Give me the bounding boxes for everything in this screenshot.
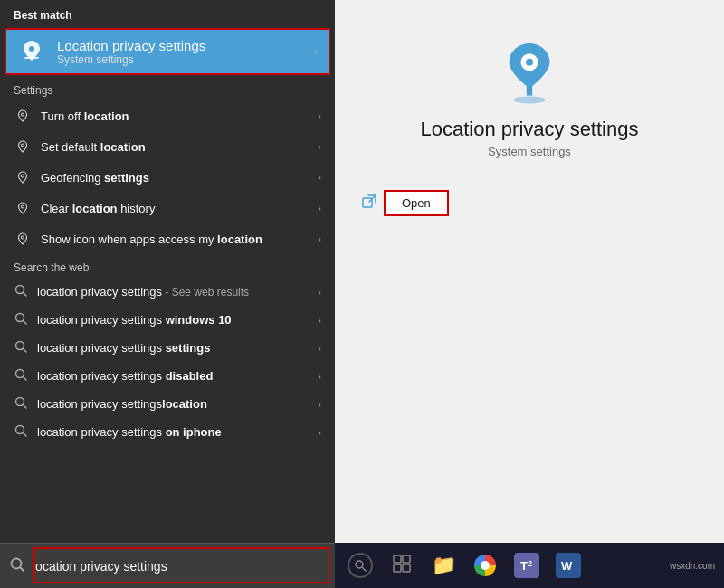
svg-line-17	[24, 405, 27, 409]
svg-line-28	[362, 567, 366, 571]
search-bar-icon	[9, 556, 25, 576]
web-search-icon-2	[14, 311, 28, 328]
chevron-4: ›	[318, 203, 321, 213]
web-item-label-1: location privacy settings - See web resu…	[37, 285, 309, 299]
task-view-icon	[393, 555, 411, 577]
svg-line-9	[24, 293, 27, 297]
location-settings-icon-5	[14, 230, 32, 248]
best-match-title: Location privacy settings	[57, 38, 205, 53]
svg-rect-30	[403, 555, 410, 563]
open-button[interactable]: Open	[384, 190, 449, 216]
menu-item-label-1: Turn off location	[41, 109, 309, 123]
svg-text:2: 2	[528, 559, 532, 568]
brand-label: wsxdn.com	[670, 561, 715, 571]
menu-item-turn-off-location[interactable]: Turn off location ›	[0, 100, 335, 131]
web-item-2[interactable]: location privacy settings windows 10 ›	[0, 306, 335, 334]
web-item-3[interactable]: location privacy settings settings ›	[0, 334, 335, 362]
menu-item-label-5: Show icon when apps access my location	[41, 232, 309, 246]
svg-point-3	[22, 113, 24, 116]
svg-line-13	[24, 349, 27, 353]
web-chevron-4: ›	[318, 371, 321, 382]
svg-point-4	[22, 144, 24, 147]
menu-item-label-3: Geofencing settings	[41, 171, 309, 185]
taskbar-task-view-button[interactable]	[386, 549, 418, 582]
menu-item-set-default-location[interactable]: Set default location ›	[0, 131, 335, 162]
web-search-icon-5	[14, 395, 28, 413]
svg-line-19	[24, 433, 27, 437]
taskbar-search-button[interactable]	[344, 549, 376, 582]
web-search-icon-4	[14, 367, 28, 384]
svg-rect-32	[403, 564, 410, 572]
svg-point-22	[513, 96, 545, 103]
right-panel: Location privacy settings System setting…	[335, 0, 724, 543]
teams-icon: T 2	[514, 553, 539, 578]
chrome-icon	[474, 555, 496, 576]
svg-rect-31	[394, 564, 401, 572]
web-item-label-3: location privacy settings settings	[37, 341, 309, 355]
location-settings-icon-3	[14, 168, 32, 186]
svg-rect-29	[394, 555, 401, 563]
chevron-2: ›	[318, 141, 321, 152]
location-settings-icon-1	[14, 107, 32, 125]
web-item-4[interactable]: location privacy settings disabled ›	[0, 362, 335, 390]
chevron-1: ›	[318, 110, 321, 121]
web-item-label-2: location privacy settings windows 10	[37, 313, 309, 327]
web-item-label-6: location privacy settings on iphone	[37, 425, 309, 439]
search-web-label: Search the web	[0, 254, 335, 278]
taskbar-word-button[interactable]: W	[552, 549, 585, 582]
taskbar: 📁 T 2 W wsxdn.com	[335, 543, 724, 588]
best-match-subtitle: System settings	[57, 53, 205, 66]
app-title: Location privacy settings	[421, 118, 639, 141]
settings-section-label: Settings	[0, 77, 335, 100]
best-match-label: Best match	[0, 0, 335, 26]
svg-text:W: W	[561, 559, 573, 573]
web-search-icon-1	[14, 283, 28, 300]
chevron-5: ›	[318, 233, 321, 244]
web-chevron-5: ›	[318, 399, 321, 410]
location-icon	[17, 37, 46, 66]
web-item-label-5: location privacy settingslocation	[37, 397, 309, 411]
svg-line-11	[24, 321, 27, 325]
search-input[interactable]	[33, 559, 326, 574]
web-chevron-6: ›	[318, 427, 321, 438]
web-item-5[interactable]: location privacy settingslocation ›	[0, 390, 335, 418]
menu-item-geofencing-settings[interactable]: Geofencing settings ›	[0, 162, 335, 193]
best-match-text: Location privacy settings System setting…	[57, 38, 205, 66]
menu-item-clear-location-history[interactable]: Clear location history ›	[0, 193, 335, 223]
search-bar	[0, 543, 335, 588]
web-search-icon-3	[14, 339, 28, 356]
svg-point-5	[22, 175, 24, 177]
file-explorer-icon: 📁	[432, 554, 456, 577]
svg-point-2	[29, 46, 34, 52]
svg-point-7	[22, 236, 24, 239]
web-item-1[interactable]: location privacy settings - See web resu…	[0, 278, 335, 306]
taskbar-teams-button[interactable]: T 2	[510, 549, 543, 582]
svg-line-15	[24, 377, 27, 381]
menu-item-show-icon-location[interactable]: Show icon when apps access my location ›	[0, 223, 335, 254]
taskbar-file-explorer-button[interactable]: 📁	[427, 549, 460, 582]
web-item-6[interactable]: location privacy settings on iphone ›	[0, 418, 335, 446]
web-item-label-4: location privacy settings disabled	[37, 369, 309, 383]
chevron-3: ›	[318, 172, 321, 183]
open-button-container: Open	[362, 190, 449, 216]
app-subtitle: System settings	[488, 145, 571, 158]
location-settings-icon-2	[14, 138, 32, 156]
word-icon: W	[556, 553, 581, 578]
web-chevron-1: ›	[318, 287, 321, 298]
best-match-item[interactable]: Location privacy settings System setting…	[5, 28, 330, 75]
menu-item-label-4: Clear location history	[41, 202, 309, 215]
location-settings-icon-4	[14, 199, 32, 217]
menu-item-label-2: Set default location	[41, 140, 309, 154]
svg-point-6	[22, 205, 24, 208]
app-icon-svg	[493, 36, 566, 109]
search-circle-icon	[348, 553, 373, 578]
web-chevron-3: ›	[318, 343, 321, 354]
menu-scrollable: Best match Location privacy settings Sys…	[0, 0, 335, 588]
taskbar-chrome-button[interactable]	[469, 549, 501, 582]
svg-point-25	[526, 59, 533, 66]
web-search-icon-6	[14, 423, 28, 441]
open-window-icon	[362, 194, 376, 213]
start-menu: Best match Location privacy settings Sys…	[0, 0, 335, 588]
web-chevron-2: ›	[318, 315, 321, 326]
svg-line-21	[20, 567, 24, 571]
